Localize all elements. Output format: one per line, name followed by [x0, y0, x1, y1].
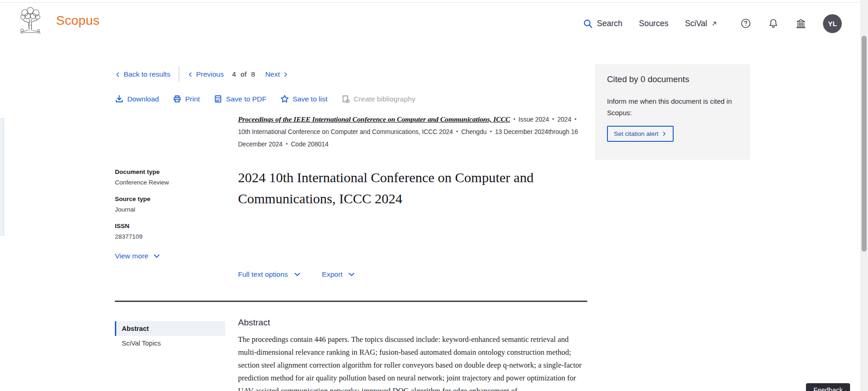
bibliography-icon	[341, 95, 350, 103]
metadata-value: 28377109	[115, 233, 238, 240]
source-year: 2024	[557, 116, 571, 123]
chevron-down-icon	[294, 271, 301, 278]
create-bibliography-button[interactable]: Create bibliography	[341, 95, 415, 103]
pager-total: 8	[251, 70, 255, 78]
external-link-icon	[711, 21, 717, 27]
conference-name: 10th International Conference on Compute…	[238, 128, 453, 135]
previous-link[interactable]: Previous	[187, 70, 224, 78]
chevron-down-icon	[348, 271, 355, 278]
print-label: Print	[185, 95, 200, 103]
bullet: •	[490, 126, 492, 138]
document-title: 2024 10th International Conference on Co…	[238, 167, 587, 209]
results-navigation: Back to results Previous 4 of 8 Next	[115, 67, 587, 82]
chevron-down-icon	[153, 252, 160, 260]
tab-abstract[interactable]: Abstract	[115, 321, 225, 336]
metadata-panel: Document type Conference Review Source t…	[115, 113, 238, 279]
cited-by-card: Cited by 0 documents Inform me when this…	[595, 64, 750, 160]
conference-code: Code 208014	[291, 141, 329, 148]
bullet: •	[286, 138, 288, 150]
metadata-value: Journal	[115, 206, 238, 213]
upper-grid: Document type Conference Review Source t…	[115, 113, 587, 279]
export-dropdown[interactable]: Export	[322, 270, 356, 279]
next-link[interactable]: Next	[265, 70, 289, 78]
download-label: Download	[127, 95, 159, 103]
full-text-options-label: Full text options	[238, 270, 288, 279]
back-to-results-link[interactable]: Back to results	[115, 70, 170, 78]
chevron-left-icon	[187, 72, 193, 78]
tab-scival-topics[interactable]: SciVal Topics	[115, 336, 225, 351]
secondary-toolbar: Full text options Export	[238, 270, 587, 279]
next-label: Next	[265, 70, 280, 78]
save-to-list-label: Save to list	[293, 95, 328, 103]
set-citation-alert-button[interactable]: Set citation alert	[607, 126, 674, 142]
nav-scival-label: SciVal	[685, 19, 707, 28]
previous-label: Previous	[196, 70, 224, 78]
view-more-label: View more	[115, 252, 148, 260]
feedback-label: Feedback	[813, 386, 843, 391]
chevron-right-icon	[662, 131, 667, 136]
metadata-label: Document type	[115, 168, 238, 175]
header-nav: Search Sources SciVal YL	[583, 3, 842, 44]
avatar-initials: YL	[828, 20, 837, 28]
scrollbar-thumb[interactable]	[862, 36, 867, 251]
view-more-toggle[interactable]: View more	[115, 252, 238, 260]
nav-search[interactable]: Search	[583, 19, 622, 28]
section-tabs: Abstract SciVal Topics	[115, 302, 238, 391]
user-avatar[interactable]: YL	[823, 14, 842, 33]
download-button[interactable]: Download	[115, 95, 159, 103]
scopus-logo[interactable]: Scopus	[17, 6, 100, 35]
metadata-label: ISSN	[115, 223, 238, 229]
abstract-heading: Abstract	[238, 318, 587, 328]
bullet: •	[513, 113, 515, 125]
metadata-value: Conference Review	[115, 179, 238, 186]
feedback-button[interactable]: Feedback	[806, 383, 850, 391]
document-panel: Proceedings of the IEEE International Co…	[238, 113, 587, 279]
page-scrollbar	[860, 0, 868, 391]
source-title-link[interactable]: Proceedings of the IEEE International Co…	[238, 115, 510, 123]
source-info: Proceedings of the IEEE International Co…	[238, 113, 587, 151]
set-citation-alert-label: Set citation alert	[614, 130, 658, 137]
print-button[interactable]: Print	[173, 95, 200, 103]
star-icon	[280, 95, 289, 103]
source-issue: Issue 2024	[518, 116, 549, 123]
notifications-bell-icon[interactable]	[768, 18, 779, 29]
cited-by-title: Cited by 0 documents	[607, 74, 738, 84]
collapsed-side-panel[interactable]	[0, 118, 4, 235]
brand-name: Scopus	[56, 13, 100, 28]
metadata-item: Document type Conference Review	[115, 168, 238, 186]
printer-icon	[173, 95, 182, 103]
lower-grid: Abstract SciVal Topics Abstract The proc…	[115, 302, 587, 391]
back-to-results-label: Back to results	[124, 70, 170, 78]
institution-icon[interactable]	[795, 18, 806, 29]
pdf-icon: PDF	[214, 95, 222, 103]
nav-sources-label: Sources	[639, 19, 668, 28]
nav-sources[interactable]: Sources	[639, 19, 668, 28]
save-to-list-button[interactable]: Save to list	[280, 95, 328, 103]
full-text-options-dropdown[interactable]: Full text options	[238, 270, 301, 279]
search-icon	[583, 19, 593, 28]
main-content: Back to results Previous 4 of 8 Next Dow…	[115, 67, 587, 391]
save-to-pdf-button[interactable]: PDF Save to PDF	[214, 95, 267, 103]
svg-text:PDF: PDF	[216, 96, 221, 99]
bullet: •	[574, 113, 576, 125]
pager-position: 4 of 8	[232, 70, 255, 78]
nav-separator	[179, 67, 179, 82]
bullet: •	[552, 113, 554, 125]
document-actions: Download Print PDF Save to PDF Save to l…	[115, 95, 587, 103]
pager-of: of	[241, 70, 247, 78]
help-icon[interactable]	[740, 18, 751, 29]
nav-scival[interactable]: SciVal	[685, 19, 717, 28]
metadata-item: Source type Journal	[115, 196, 238, 213]
metadata-label: Source type	[115, 196, 238, 202]
abstract-section: Abstract The proceedings contain 446 pap…	[238, 302, 587, 391]
save-to-pdf-label: Save to PDF	[226, 95, 267, 103]
download-icon	[115, 95, 124, 103]
metadata-item: ISSN 28377109	[115, 223, 238, 240]
pager-current: 4	[232, 70, 236, 78]
create-bibliography-label: Create bibliography	[354, 95, 415, 103]
export-label: Export	[322, 270, 343, 279]
abstract-text: The proceedings contain 446 papers. The …	[238, 333, 587, 391]
chevron-left-icon	[115, 72, 121, 78]
elsevier-tree-icon	[17, 6, 43, 35]
conference-location: Chengdu	[461, 128, 487, 135]
